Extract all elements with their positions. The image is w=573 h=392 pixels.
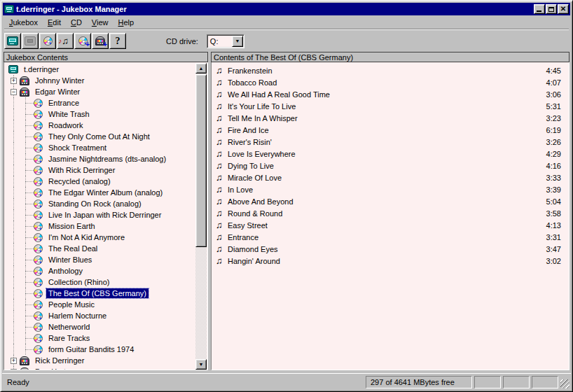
help-button[interactable]: ?	[109, 33, 126, 49]
tree-item-label[interactable]: Jasmine Nightdreams (dts-analog)	[46, 154, 168, 164]
tree-item-artist[interactable]: +Rick Derringer	[5, 355, 195, 366]
tree-item-label-selected[interactable]: The Best Of (CBS Germany)	[46, 288, 149, 298]
expander-minus-icon[interactable]: −	[11, 369, 17, 370]
tree-item-label[interactable]: Johnny Winter	[33, 76, 86, 85]
tree-item-album[interactable]: Winter Blues	[5, 254, 195, 265]
tree-item-label[interactable]: Anthology	[46, 266, 85, 276]
tree-item-label[interactable]: Shock Treatment	[46, 143, 109, 153]
close-button[interactable]: ✕	[558, 4, 569, 14]
add-cd-button[interactable]: +	[74, 33, 91, 49]
track-row[interactable]: ♫It's Your Life To Live5:31	[212, 100, 568, 112]
tree-item-album[interactable]: Rare Tracks	[5, 332, 195, 344]
tree-item-label[interactable]: Rare Tracks	[46, 333, 92, 343]
tree-item-label[interactable]: Mission Earth	[46, 221, 97, 231]
chevron-down-icon[interactable]: ▼	[232, 36, 243, 47]
tree-item-label[interactable]: The Edgar Winter Album (analog)	[46, 188, 165, 197]
tree-item-label[interactable]: The Real Deal	[46, 244, 99, 253]
tree-item-album[interactable]: The Real Deal	[5, 243, 195, 254]
tree-item-label[interactable]: Rick Derringer	[33, 356, 86, 365]
tree-item-album[interactable]: Netherworld	[5, 321, 195, 332]
tree-item-label[interactable]: Netherworld	[46, 322, 92, 332]
track-row[interactable]: ♫Tell Me In A Whisper3:23	[212, 112, 568, 124]
scroll-up-icon[interactable]: ▲	[195, 63, 207, 74]
expander-minus-icon[interactable]: −	[11, 89, 17, 95]
tree-item-album[interactable]: People Music	[5, 299, 195, 310]
track-row[interactable]: ♫Above And Beyond5:04	[212, 195, 568, 207]
track-row[interactable]: ♫Diamond Eyes3:47	[212, 243, 568, 255]
tree-item-label[interactable]: Winter Blues	[46, 255, 94, 265]
menu-help[interactable]: Help	[113, 17, 139, 29]
tree-item-album[interactable]: With Rick Derringer	[5, 164, 195, 176]
tree-item-album[interactable]: They Only Come Out At Night	[5, 131, 195, 142]
track-row[interactable]: ♫Frankenstein4:45	[212, 64, 568, 76]
tree-item-album[interactable]: Standing On Rock (analog)	[5, 198, 195, 209]
tree-item-label[interactable]: Roadwork	[46, 120, 85, 130]
track-row[interactable]: ♫Hangin' Around3:02	[212, 255, 568, 267]
track-row[interactable]: ♫Fire And Ice6:19	[212, 124, 568, 136]
tree-item-album[interactable]: Anthology	[5, 265, 195, 276]
tree-item-album[interactable]: form Guitar Bandits 1974	[5, 344, 195, 355]
title-bar[interactable]: t.derringer - Jukebox Manager ✕	[3, 3, 570, 15]
tree-item-album[interactable]: Roadwork	[5, 120, 195, 131]
scroll-down-icon[interactable]: ▼	[195, 359, 207, 370]
tree-item-label[interactable]: form Guitar Bandits 1974	[46, 344, 136, 354]
tree-item-artist[interactable]: −Edgar Winter	[5, 86, 195, 97]
tree-item-album[interactable]: Shock Treatment	[5, 142, 195, 153]
cd-drive-select[interactable]: Q: ▼	[207, 34, 244, 48]
minimize-button[interactable]	[534, 4, 545, 14]
expander-plus-icon[interactable]: +	[11, 78, 17, 84]
scrollbar-thumb[interactable]	[195, 74, 207, 247]
tree-item-label[interactable]: Live In Japan with Rick Derringer	[46, 210, 163, 220]
tree-item-label[interactable]: White Trash	[46, 109, 92, 119]
track-row[interactable]: ♫River's Risin'3:26	[212, 136, 568, 148]
menu-jukebox[interactable]: Jukebox	[4, 17, 43, 29]
tree-item-album[interactable]: The Best Of (CBS Germany)	[5, 288, 195, 299]
tree-item-label[interactable]: With Rick Derringer	[46, 165, 117, 175]
tree-item-album[interactable]: White Trash	[5, 108, 195, 120]
tree-item-label[interactable]: People Music	[46, 300, 97, 309]
menu-cd[interactable]: CD	[66, 17, 87, 29]
play-tracks-button[interactable]: ♪♫	[57, 33, 74, 49]
tree-item-album[interactable]: Entrance	[5, 97, 195, 108]
tree-item-album[interactable]: Collection (Rhino)	[5, 276, 195, 288]
tree-item-album[interactable]: The Edgar Winter Album (analog)	[5, 187, 195, 198]
tree-item-root[interactable]: t.derringer	[5, 64, 195, 75]
resize-grip[interactable]	[560, 379, 569, 388]
tree-item-album[interactable]: Mission Earth	[5, 220, 195, 232]
menu-view[interactable]: View	[87, 17, 113, 29]
tree-item-label[interactable]: Entrance	[46, 98, 81, 108]
track-row[interactable]: ♫Dying To Live4:16	[212, 160, 568, 172]
tree-item-album[interactable]: Live In Japan with Rick Derringer	[5, 209, 195, 220]
tree-item-album[interactable]: Recycled (analog)	[5, 176, 195, 187]
tree-item-label[interactable]: They Only Come Out At Night	[46, 132, 152, 141]
tree-item-album[interactable]: Harlem Nocturne	[5, 310, 195, 321]
tree-item-album[interactable]: I'm Not A Kid Anymore	[5, 232, 195, 243]
track-row[interactable]: ♫Love Is Everywhere4:29	[212, 148, 568, 160]
track-row[interactable]: ♫Easy Street4:13	[212, 219, 568, 231]
tree-item-label[interactable]: Edgar Winter	[33, 87, 82, 97]
tree-item-label[interactable]: Standing On Rock (analog)	[46, 199, 144, 209]
tree-scrollbar[interactable]: ▲ ▼	[195, 63, 207, 370]
tree-item-album[interactable]: Jasmine Nightdreams (dts-analog)	[5, 153, 195, 164]
play-cd-button[interactable]	[39, 33, 56, 49]
tree-item-label[interactable]: I'm Not A Kid Anymore	[46, 232, 127, 242]
tree-item-label[interactable]: t.derringer	[22, 64, 61, 74]
tree-item-artist[interactable]: −Dan Hartman	[5, 366, 195, 370]
menu-edit[interactable]: Edit	[43, 17, 66, 29]
track-row[interactable]: ♫We All Had A Real Good Time3:06	[212, 88, 568, 100]
tree-item-label[interactable]: Harlem Nocturne	[46, 311, 109, 321]
track-row[interactable]: ♫Round & Round3:58	[212, 207, 568, 219]
tree-item-label[interactable]: Recycled (analog)	[46, 176, 113, 186]
tree-item-label[interactable]: Dan Hartman	[33, 367, 83, 370]
expander-plus-icon[interactable]: +	[11, 358, 17, 364]
track-row[interactable]: ♫Tobacco Road4:07	[212, 76, 568, 88]
track-row[interactable]: ♫Miracle Of Love3:33	[212, 172, 568, 183]
tree-item-label[interactable]: Collection (Rhino)	[46, 277, 111, 287]
tree-item-artist[interactable]: +Johnny Winter	[5, 75, 195, 86]
jukebox-button[interactable]	[4, 33, 21, 49]
maximize-button[interactable]	[546, 4, 557, 14]
track-row[interactable]: ♫Entrance3:31	[212, 231, 568, 243]
track-row[interactable]: ♫In Love3:39	[212, 183, 568, 195]
add-jukebox-button[interactable]: +	[92, 33, 109, 49]
capture-button[interactable]	[22, 33, 39, 49]
